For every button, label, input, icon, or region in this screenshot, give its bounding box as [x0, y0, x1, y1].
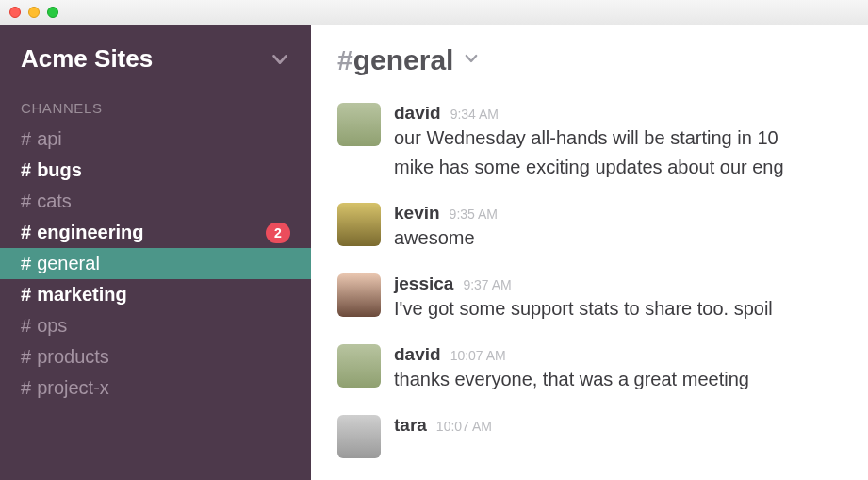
team-name: Acme Sites — [21, 44, 153, 74]
message-list: david9:34 AMour Wednesday all-hands will… — [311, 90, 868, 480]
message-body: jessica9:37 AMI've got some support stat… — [394, 273, 868, 323]
message-header: david10:07 AM — [394, 344, 868, 365]
channel-item-general[interactable]: #general — [0, 248, 311, 279]
channel-item-marketing[interactable]: #marketing — [0, 279, 311, 310]
message-row: tara10:07 AM — [337, 407, 868, 472]
channel-label: cats — [37, 190, 72, 212]
channel-label: api — [37, 128, 62, 150]
message-header: jessica9:37 AM — [394, 273, 868, 294]
avatar[interactable] — [337, 273, 381, 317]
message-header: kevin9:35 AM — [394, 203, 868, 223]
message-header: tara10:07 AM — [394, 415, 868, 436]
avatar[interactable] — [337, 203, 381, 246]
hash-icon: # — [21, 159, 31, 181]
message-text: I've got some support stats to share too… — [394, 294, 868, 323]
hash-icon: # — [21, 284, 31, 306]
message-author[interactable]: david — [394, 344, 441, 365]
unread-badge: 2 — [266, 223, 290, 243]
channel-label: bugs — [37, 159, 82, 181]
message-author[interactable]: tara — [394, 415, 427, 436]
hash-icon: # — [21, 377, 31, 399]
message-timestamp: 9:35 AM — [450, 207, 498, 222]
message-timestamp: 10:07 AM — [436, 419, 492, 434]
message-body: kevin9:35 AMawesome — [394, 203, 868, 253]
message-text: our Wednesday all-hands will be starting… — [394, 124, 868, 182]
channel-label: project-x — [37, 377, 109, 399]
channels-section-label: CHANNELS — [0, 94, 311, 124]
chevron-down-icon — [463, 50, 480, 71]
message-timestamp: 9:34 AM — [450, 107, 499, 122]
avatar[interactable] — [337, 344, 381, 388]
message-row: david9:34 AMour Wednesday all-hands will… — [337, 95, 868, 195]
message-text: thanks everyone, that was a great meetin… — [394, 365, 868, 394]
team-switcher[interactable]: Acme Sites — [0, 25, 311, 94]
hash-icon: # — [21, 346, 31, 368]
message-header: david9:34 AM — [394, 103, 868, 124]
app-frame: Acme Sites CHANNELS #api#bugs#cats#engin… — [0, 25, 868, 480]
channel-label: ops — [37, 315, 67, 337]
message-author[interactable]: david — [394, 103, 441, 124]
channel-list: #api#bugs#cats#engineering2#general#mark… — [0, 124, 311, 404]
hash-icon: # — [21, 128, 31, 150]
close-window-button[interactable] — [9, 7, 21, 18]
channel-item-ops[interactable]: #ops — [0, 310, 311, 341]
channel-item-products[interactable]: #products — [0, 341, 311, 372]
message-row: jessica9:37 AMI've got some support stat… — [337, 266, 868, 337]
hash-icon: # — [21, 315, 31, 337]
channel-header[interactable]: #general — [311, 25, 868, 90]
channel-name: general — [353, 44, 454, 75]
message-body: david10:07 AMthanks everyone, that was a… — [394, 344, 868, 394]
sidebar: Acme Sites CHANNELS #api#bugs#cats#engin… — [0, 25, 311, 480]
avatar[interactable] — [337, 415, 381, 458]
hash-icon: # — [21, 190, 31, 212]
hash-icon: # — [21, 222, 31, 243]
message-author[interactable]: kevin — [394, 203, 440, 223]
message-body: david9:34 AMour Wednesday all-hands will… — [394, 103, 868, 182]
minimize-window-button[interactable] — [28, 7, 40, 18]
message-timestamp: 10:07 AM — [450, 348, 506, 363]
message-text: awesome — [394, 223, 868, 253]
message-timestamp: 9:37 AM — [463, 277, 511, 292]
channel-label: products — [37, 346, 109, 368]
channel-title: #general — [337, 44, 453, 76]
channel-item-engineering[interactable]: #engineering2 — [0, 217, 311, 248]
channel-label: marketing — [37, 284, 127, 306]
channel-label: engineering — [37, 222, 143, 243]
channel-item-cats[interactable]: #cats — [0, 186, 311, 217]
hash-icon: # — [337, 44, 353, 75]
channel-item-project-x[interactable]: #project-x — [0, 372, 311, 404]
message-body: tara10:07 AM — [394, 415, 868, 458]
channel-item-bugs[interactable]: #bugs — [0, 155, 311, 186]
zoom-window-button[interactable] — [47, 7, 58, 18]
message-row: kevin9:35 AMawesome — [337, 195, 868, 266]
conversation-pane: #general david9:34 AMour Wednesday all-h… — [311, 25, 868, 480]
avatar[interactable] — [337, 103, 381, 146]
window-titlebar — [0, 0, 868, 25]
hash-icon: # — [21, 253, 31, 274]
chevron-down-icon — [270, 49, 290, 70]
channel-label: general — [37, 253, 100, 274]
message-row: david10:07 AMthanks everyone, that was a… — [337, 337, 868, 407]
message-author[interactable]: jessica — [394, 273, 453, 294]
channel-item-api[interactable]: #api — [0, 124, 311, 155]
